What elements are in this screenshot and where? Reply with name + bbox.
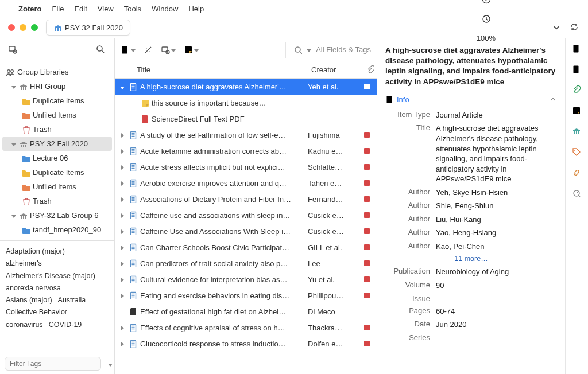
info-field[interactable]: AuthorLiu, Hui-Kang (385, 213, 557, 227)
field-value[interactable]: 60-74 (436, 306, 557, 317)
twisty-icon[interactable] (118, 163, 126, 172)
twisty-icon[interactable] (118, 147, 126, 155)
sidebar-group-psy32[interactable]: PSY 32 Fall 2020 (2, 137, 112, 151)
twisty-icon[interactable] (11, 139, 16, 148)
item-row[interactable]: ScienceDirect Full Text PDF (115, 111, 377, 127)
tag-item[interactable]: coronavirus (6, 319, 43, 331)
twisty-icon[interactable] (118, 211, 126, 220)
tag-menu-icon[interactable] (108, 360, 113, 368)
menu-help[interactable]: Help (188, 5, 204, 13)
sidebar-item-unfiled[interactable]: Unfiled Items (0, 108, 114, 122)
app-name[interactable]: Zotero (18, 5, 41, 13)
field-value[interactable]: Jun 2020 (436, 320, 557, 330)
twisty-icon[interactable] (118, 275, 126, 284)
menu-window[interactable]: Window (152, 5, 178, 13)
item-row[interactable]: Associations of Dietary Protein and Fibe… (115, 191, 377, 207)
menu-view[interactable]: View (98, 5, 114, 13)
item-row[interactable]: A study of the self-affirmation of low s… (115, 127, 377, 143)
item-row[interactable]: Acute ketamine administration corrects a… (115, 143, 377, 159)
new-collection-icon[interactable] (8, 45, 18, 55)
item-row[interactable]: A high-sucrose diet aggravates Alzheimer… (115, 79, 377, 95)
field-value[interactable]: A high-sucrose diet aggravates Alzheimer… (436, 123, 557, 184)
add-by-identifier-button[interactable] (144, 45, 153, 54)
tag-item[interactable]: Australia (58, 294, 86, 306)
tag-item[interactable]: anorexia nervosa (6, 282, 61, 294)
menu-file[interactable]: File (52, 5, 64, 13)
notes-tab-icon[interactable] (572, 106, 582, 116)
twisty-icon[interactable] (118, 131, 126, 139)
item-row[interactable]: Aerobic exercise improves attention and … (115, 175, 377, 191)
sidebar-item-tandf[interactable]: tandf_hmep2020_90 (0, 223, 114, 237)
item-row[interactable]: Caffeine Use and Associations With Sleep… (115, 223, 377, 239)
tag-item[interactable]: Collective Behavior (6, 306, 67, 318)
sidebar-group-lab6[interactable]: PSY-32 Lab Group 6 (0, 208, 114, 223)
column-creator[interactable]: Creator (311, 65, 363, 74)
item-row[interactable]: Acute stress affects implicit but not ex… (115, 159, 377, 175)
column-attachment[interactable] (363, 65, 377, 75)
new-attachment-button[interactable] (161, 45, 176, 54)
twisty-icon[interactable] (11, 82, 16, 91)
twisty-icon[interactable] (118, 195, 126, 204)
items-search[interactable]: All Fields & Tags (285, 42, 371, 58)
item-row[interactable]: Effects of cognitive apraisal of stress … (115, 320, 377, 336)
column-title[interactable]: Title (115, 65, 311, 74)
item-row[interactable]: this source is important because… (115, 95, 377, 111)
info-field[interactable]: Volume90 (385, 279, 557, 293)
close-window-button[interactable] (8, 24, 15, 31)
sidebar-item-lecture06[interactable]: Lecture 06 (0, 151, 114, 165)
library-tab[interactable]: PSY 32 Fall 2020 (46, 20, 130, 36)
sidebar-item-trash[interactable]: Trash (0, 194, 114, 208)
related-tab-icon[interactable] (572, 168, 582, 178)
item-row[interactable]: Can Charter Schools Boost Civic Particip… (115, 239, 377, 255)
sidebar-item-duplicate[interactable]: Duplicate Items (0, 165, 114, 180)
info-field[interactable]: Series (385, 332, 557, 344)
minimize-window-button[interactable] (20, 24, 26, 31)
info-field[interactable]: Issue (385, 293, 557, 305)
tag-item[interactable]: Adaptation (major) (6, 246, 65, 258)
sidebar-item-trash[interactable]: Trash (0, 122, 114, 137)
item-row[interactable]: Can predictors of trait social anxiety a… (115, 255, 377, 271)
libraries-tab-icon[interactable] (572, 127, 582, 137)
info-tab-icon[interactable] (572, 44, 582, 54)
item-row[interactable]: Eating and exercise behaviors in eating … (115, 287, 377, 303)
screen-recording-icon[interactable] (482, 0, 491, 4)
tag-item[interactable]: alzheimer's (6, 258, 42, 270)
tags-tab-icon[interactable] (572, 147, 582, 158)
abstract-tab-icon[interactable] (572, 65, 582, 75)
time-machine-icon[interactable] (482, 14, 491, 24)
field-value[interactable]: Journal Article (436, 110, 557, 120)
twisty-icon[interactable] (118, 324, 126, 332)
search-mode-dropdown-icon[interactable] (307, 45, 311, 54)
tag-item[interactable]: COVID-19 (49, 319, 82, 331)
twisty-icon[interactable] (118, 291, 126, 300)
twisty-icon[interactable] (11, 211, 16, 220)
tag-filter-input[interactable] (5, 357, 101, 371)
item-row[interactable]: Glucocorticoid response to stress induct… (115, 336, 377, 352)
new-note-button[interactable] (184, 45, 199, 54)
info-field[interactable]: DateJun 2020 (385, 318, 557, 332)
field-value[interactable]: Yeh, Skye Hsin-Hsien (436, 188, 557, 198)
twisty-icon[interactable] (118, 243, 126, 252)
twisty-icon[interactable] (118, 179, 126, 188)
info-field[interactable]: AuthorYao, Heng-Hsiang (385, 226, 557, 240)
tag-item[interactable]: Alzheimer's Disease (major) (6, 270, 95, 282)
collapse-icon[interactable] (549, 95, 557, 103)
menu-edit[interactable]: Edit (74, 5, 87, 13)
field-value[interactable]: 90 (436, 280, 557, 291)
info-section-header[interactable]: Info (377, 93, 565, 107)
sidebar-group-hri[interactable]: HRI Group (0, 79, 114, 94)
item-row[interactable]: Effect of gestational high fat diet on A… (115, 303, 377, 320)
sidebar-item-unfiled[interactable]: Unfiled Items (0, 180, 114, 194)
tabs-dropdown-icon[interactable] (551, 22, 562, 33)
info-field[interactable]: AuthorYeh, Skye Hsin-Hsien (385, 186, 557, 200)
collections-search-icon[interactable] (96, 45, 106, 55)
field-value[interactable]: Yao, Heng-Hsiang (436, 228, 557, 238)
item-row[interactable]: Caffeine use and associations with sleep… (115, 207, 377, 223)
item-row[interactable]: Cultural evidence for interpretation bia… (115, 271, 377, 287)
info-field[interactable]: AuthorKao, Pei-Chen (385, 240, 557, 254)
info-field[interactable]: Pages60-74 (385, 305, 557, 318)
group-libraries-header[interactable]: Group Libraries (0, 65, 114, 79)
tag-item[interactable]: Asians (major) (6, 294, 52, 306)
twisty-icon[interactable] (118, 340, 126, 348)
sync-button-icon[interactable] (570, 22, 580, 33)
